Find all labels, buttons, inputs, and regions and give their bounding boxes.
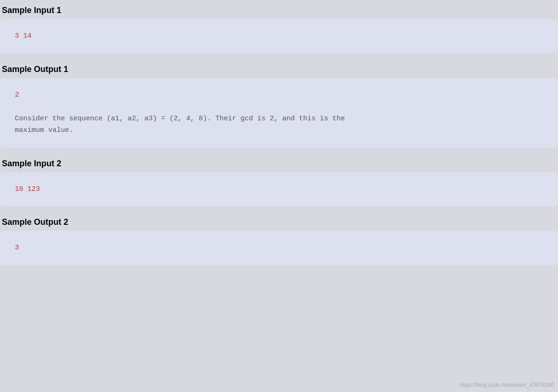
section-sample-output-1: Sample Output 1 2 Consider the sequence … <box>0 59 558 148</box>
section-sample-input-2: Sample Input 2 10 123 <box>0 153 558 207</box>
explanation-line1: Consider the sequence (a1, a2, a3) = (2,… <box>15 113 543 125</box>
section-sample-input-1: Sample Input 1 3 14 <box>0 0 558 53</box>
code-box-sample-input-2: 10 123 <box>0 172 558 207</box>
explanation-line2: maximum value. <box>15 124 543 137</box>
code-content-sample-output-1: 2 <box>15 89 543 101</box>
watermark: https://blog.csdn.net/weixin_43678350 <box>460 382 554 388</box>
section-label-sample-input-1: Sample Input 1 <box>0 0 558 19</box>
section-label-sample-output-1: Sample Output 1 <box>0 59 558 78</box>
code-box-sample-input-1: 3 14 <box>0 19 558 53</box>
section-label-sample-output-2: Sample Output 2 <box>0 212 558 231</box>
code-box-sample-output-2: 3 <box>0 231 558 265</box>
code-content-sample-input-2: 10 123 <box>15 185 40 193</box>
section-label-sample-input-2: Sample Input 2 <box>0 153 558 172</box>
code-box-sample-output-1: 2 Consider the sequence (a1, a2, a3) = (… <box>0 78 558 148</box>
section-sample-output-2: Sample Output 2 3 <box>0 212 558 265</box>
code-content-sample-output-2: 3 <box>15 244 19 252</box>
code-content-sample-input-1: 3 14 <box>15 32 32 40</box>
